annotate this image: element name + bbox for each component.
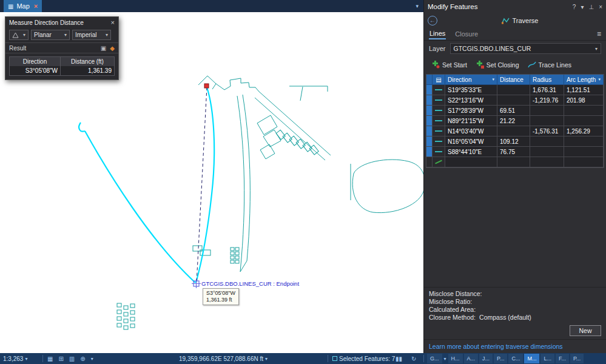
arc-length-cell[interactable]: 1,121.51 (564, 85, 604, 95)
dock-tab[interactable]: H... (448, 354, 463, 363)
col-arc-length[interactable]: Arc Length▾ (564, 75, 604, 85)
arc-length-cell[interactable] (564, 147, 604, 157)
dock-tab[interactable]: G... (427, 354, 442, 363)
tab-lines[interactable]: Lines (429, 29, 446, 39)
radius-cell[interactable]: -1,576.31 (530, 126, 564, 136)
traverse-row[interactable]: N89°21'15"W 21.22 (426, 116, 604, 126)
pane-options-icon[interactable]: ≡ (597, 30, 601, 38)
arc-length-cell[interactable] (564, 136, 604, 147)
set-start-button[interactable]: Set Start (429, 59, 470, 70)
refresh-button[interactable]: ↻ (411, 353, 416, 364)
close-pane-icon[interactable]: × (599, 4, 602, 10)
pane-menu-caret-icon[interactable]: ▾ (581, 4, 584, 10)
traverse-row[interactable]: S19°35'33"E 1,676.31 1,121.51 (426, 85, 604, 95)
caret-down-icon[interactable]: ▾ (91, 356, 93, 362)
dock-tab[interactable]: A... (464, 354, 479, 363)
direction-cell[interactable]: S17°28'39"W (445, 106, 497, 116)
measure-mode-dropdown[interactable]: Planar ▾ (31, 30, 70, 40)
distance-cell[interactable]: 109.12 (497, 136, 530, 147)
row-selector[interactable] (426, 136, 433, 147)
direction-cell[interactable]: S88°44'10"E (445, 147, 497, 157)
col-radius[interactable]: Radius (530, 75, 564, 85)
clear-result-icon[interactable]: ◆ (110, 45, 115, 52)
radius-cell[interactable]: -1,219.76 (530, 95, 564, 106)
measure-tool-dropdown[interactable]: ▾ (9, 30, 29, 40)
snap-tooltip-box: S3°05'08"W 1,361.39 ft (203, 288, 239, 305)
dock-tab[interactable]: P... (570, 354, 584, 363)
traverse-row-new[interactable] (426, 157, 604, 167)
map-scale-dropdown[interactable]: 1:3,263 ▾ (3, 353, 27, 364)
arc-length-cell[interactable]: 1,256.29 (564, 126, 604, 136)
direction-cell[interactable]: N89°21'15"W (445, 116, 497, 126)
distance-cell[interactable] (497, 95, 530, 106)
distance-cell[interactable] (497, 126, 530, 136)
dock-tab-active[interactable]: M... (524, 354, 539, 363)
direction-cell[interactable] (445, 157, 497, 167)
row-selector[interactable] (426, 95, 433, 106)
arc-length-cell[interactable] (564, 106, 604, 116)
close-map-tab-icon[interactable]: × (34, 2, 38, 10)
traverse-row[interactable]: N14°03'40"W -1,576.31 1,256.29 (426, 126, 604, 136)
radius-cell[interactable]: 1,676.31 (530, 85, 564, 95)
row-selector[interactable] (426, 106, 433, 116)
distance-cell[interactable]: 76.75 (497, 147, 530, 157)
learn-more-link[interactable]: Learn more about entering traverse dimen… (424, 339, 606, 353)
row-selector[interactable] (426, 157, 433, 167)
map-view-tab[interactable]: ▦ Map × (4, 0, 42, 12)
dock-tab[interactable]: J... (479, 354, 493, 363)
traverse-row[interactable]: S88°44'10"E 76.75 (426, 147, 604, 157)
row-selector[interactable] (426, 147, 433, 157)
col-direction[interactable]: Direction▾ (445, 75, 497, 85)
measure-units-dropdown[interactable]: Imperial ▾ (72, 30, 111, 40)
row-selector[interactable] (426, 126, 433, 136)
traverse-row[interactable]: S17°28'39"W 69.51 (426, 106, 604, 116)
dock-tab[interactable]: C... (508, 354, 523, 363)
direction-cell[interactable]: S22°13'16"W (445, 95, 497, 106)
traverse-row[interactable]: S22°13'16"W -1,219.76 201.98 (426, 95, 604, 106)
distance-cell[interactable] (497, 85, 530, 95)
arc-length-cell[interactable]: 201.98 (564, 95, 604, 106)
direction-cell[interactable]: S19°35'33"E (445, 85, 497, 95)
dock-tab[interactable]: F... (556, 354, 569, 363)
back-button[interactable]: ← (428, 16, 437, 25)
selected-features-status[interactable]: Selected Features: 7 (332, 353, 395, 364)
snapping-icon[interactable]: ⊕ (80, 356, 85, 362)
col-distance[interactable]: Distance (497, 75, 530, 85)
distance-cell[interactable]: 21.22 (497, 116, 530, 126)
radius-cell[interactable] (530, 116, 564, 126)
distance-cell[interactable]: 69.51 (497, 106, 530, 116)
layout-grid-icon[interactable]: ▦ (47, 356, 53, 362)
tab-closure[interactable]: Closure (454, 29, 479, 39)
radius-cell[interactable] (530, 136, 564, 147)
new-button[interactable]: New (570, 325, 601, 336)
line-segment-icon (435, 130, 442, 132)
help-icon[interactable]: ? (573, 4, 576, 10)
distance-cell[interactable] (497, 157, 530, 167)
tab-bar-chevron-icon[interactable]: ▾ (416, 3, 419, 9)
direction-cell[interactable]: N16°05'04"W (445, 136, 497, 147)
dock-tab[interactable]: P... (494, 354, 507, 363)
coordinates-display[interactable]: 19,359,966.62E 527,088.66N ft ▾ (179, 353, 268, 364)
set-closing-button[interactable]: Set Closing (473, 59, 522, 70)
radius-cell[interactable] (530, 147, 564, 157)
direction-cell[interactable]: N14°03'40"W (445, 126, 497, 136)
add-view-icon[interactable]: ⊞ (58, 356, 63, 362)
measure-close-icon[interactable]: × (111, 19, 115, 26)
arc-length-cell[interactable] (564, 116, 604, 126)
measure-direction-distance-dialog: Measure Direction Distance × ▾ Planar ▾ … (5, 16, 119, 80)
measure-col-distance: Distance (ft) (61, 57, 114, 66)
row-selector[interactable] (426, 85, 433, 95)
radius-cell[interactable] (530, 106, 564, 116)
traverse-row[interactable]: N16°05'04"W 109.12 (426, 136, 604, 147)
dock-tab[interactable]: L... (540, 354, 554, 363)
trace-lines-button[interactable]: Trace Lines (525, 59, 574, 70)
radius-cell[interactable] (530, 157, 564, 167)
arc-length-cell[interactable] (564, 157, 604, 167)
dock-overflow-caret-icon[interactable]: ▾ (443, 356, 447, 362)
layer-dropdown[interactable]: GTCGIS.DBO.LINES_CUR ▾ (450, 43, 601, 54)
pause-drawing-button[interactable]: ▮▮ (396, 353, 402, 364)
copy-result-icon[interactable]: ▣ (101, 45, 106, 52)
view-mode-icon[interactable]: ▥ (69, 356, 75, 362)
row-selector[interactable] (426, 116, 433, 126)
pin-icon[interactable]: ⊥ (588, 4, 594, 10)
